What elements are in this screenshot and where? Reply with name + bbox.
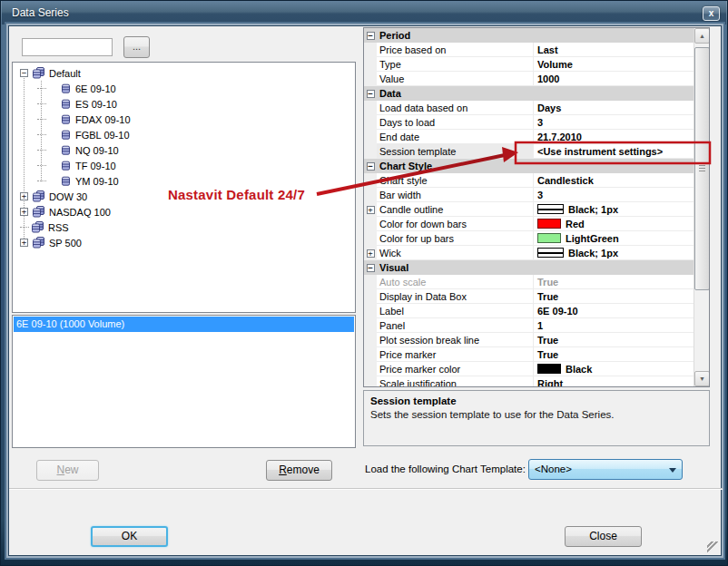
- property-row-price-based-on[interactable]: Price based onLast: [364, 43, 694, 57]
- tree-item-label: RSS: [48, 222, 69, 233]
- property-value[interactable]: <Use instrument settings>: [534, 144, 694, 159]
- expand-icon[interactable]: +: [20, 192, 28, 200]
- instrument-filter-input[interactable]: [22, 38, 113, 56]
- property-label: Label: [377, 304, 534, 318]
- collapse-icon[interactable]: −: [367, 264, 375, 272]
- property-value[interactable]: Volume: [534, 57, 694, 72]
- expand-icon[interactable]: +: [367, 206, 375, 214]
- property-label: Display in Data Box: [377, 289, 534, 304]
- property-row-price-marker[interactable]: Price markerTrue: [364, 347, 694, 362]
- scroll-down-icon[interactable]: ▼: [694, 371, 710, 386]
- property-row-end-date[interactable]: End date21.7.2010: [364, 130, 694, 144]
- list-item[interactable]: 6E 09-10 (1000 Volume): [14, 317, 354, 332]
- tree-item-fdax-09-10[interactable]: FDAX 09-10: [13, 112, 355, 127]
- property-value[interactable]: Black: [534, 362, 694, 376]
- close-window-icon[interactable]: x: [703, 6, 720, 21]
- property-row-chart-style[interactable]: Chart styleCandlestick: [364, 173, 694, 188]
- property-row-scale-justification[interactable]: Scale justificationRight: [364, 376, 694, 387]
- property-row-bar-width[interactable]: Bar width3: [364, 188, 694, 202]
- property-row-display-in-data-box[interactable]: Display in Data BoxTrue: [364, 289, 694, 304]
- tree-connector: [37, 165, 46, 166]
- tree-item-rss[interactable]: RSS: [13, 220, 355, 235]
- property-row-color-for-down-bars[interactable]: Color for down barsRed: [364, 217, 694, 231]
- expand-icon[interactable]: +: [20, 208, 28, 216]
- category-row-period[interactable]: −Period: [364, 28, 694, 43]
- tree-connector: [37, 134, 46, 135]
- property-value[interactable]: 3: [534, 188, 694, 202]
- property-row-value[interactable]: Value1000: [364, 72, 694, 86]
- line-style-swatch: [537, 204, 564, 214]
- property-row-color-for-up-bars[interactable]: Color for up barsLightGreen: [364, 231, 694, 246]
- resize-grip[interactable]: [707, 542, 718, 552]
- property-label: Auto scale: [377, 275, 534, 289]
- property-value[interactable]: Right: [534, 376, 694, 387]
- tree-item-sp-500[interactable]: +SP 500: [13, 235, 355, 250]
- collapse-icon[interactable]: −: [20, 69, 28, 77]
- property-value[interactable]: 3: [534, 115, 694, 130]
- category-row-chart-style[interactable]: −Chart Style: [364, 159, 694, 173]
- tree-item-tf-09-10[interactable]: TF 09-10: [13, 158, 355, 173]
- property-row-session-template[interactable]: Session template<Use instrument settings…: [364, 144, 694, 159]
- expand-icon[interactable]: +: [20, 239, 28, 247]
- close-button[interactable]: Close: [565, 526, 642, 547]
- property-value[interactable]: 1000: [534, 72, 694, 86]
- property-value[interactable]: Red: [534, 217, 694, 231]
- expand-icon[interactable]: +: [367, 249, 375, 258]
- tree-item-6e-09-10[interactable]: 6E 09-10: [13, 81, 355, 96]
- property-grid-scrollbar[interactable]: ▲ ▼: [694, 28, 709, 386]
- remove-button[interactable]: Remove: [266, 460, 332, 481]
- collapse-icon[interactable]: −: [367, 90, 375, 98]
- property-value[interactable]: 1: [534, 318, 694, 333]
- database-icon: [32, 206, 45, 218]
- data-series-list: 6E 09-10 (1000 Volume): [12, 315, 356, 448]
- tree-item-nq-09-10[interactable]: NQ 09-10: [13, 142, 355, 158]
- tree-item-label: FDAX 09-10: [75, 114, 131, 125]
- browse-button[interactable]: ...: [123, 36, 150, 58]
- property-value[interactable]: True: [534, 289, 694, 304]
- line-style-swatch: [537, 248, 564, 258]
- tree-item-fgbl-09-10[interactable]: FGBL 09-10: [13, 127, 355, 142]
- property-value[interactable]: Last: [534, 43, 694, 57]
- collapse-icon[interactable]: −: [367, 32, 375, 40]
- property-value[interactable]: Candlestick: [534, 173, 694, 188]
- tree-item-label: FGBL 09-10: [75, 130, 130, 141]
- database-icon: [60, 114, 72, 125]
- property-row-auto-scale[interactable]: Auto scaleTrue: [364, 275, 694, 289]
- property-label: Days to load: [377, 115, 534, 130]
- tree-item-default[interactable]: −Default: [13, 65, 355, 81]
- title-bar[interactable]: Data Series x: [2, 1, 726, 24]
- scroll-up-icon[interactable]: ▲: [694, 28, 710, 44]
- property-row-load-data-based-on[interactable]: Load data based onDays: [364, 101, 694, 115]
- collapse-icon[interactable]: −: [367, 162, 375, 171]
- property-value[interactable]: True: [534, 347, 694, 362]
- property-row-wick[interactable]: +WickBlack; 1px: [364, 246, 694, 260]
- ok-button[interactable]: OK: [91, 526, 168, 547]
- property-row-plot-session-break-line[interactable]: Plot session break lineTrue: [364, 333, 694, 347]
- database-icon: [60, 145, 72, 156]
- property-row-days-to-load[interactable]: Days to load3: [364, 115, 694, 130]
- property-row-panel[interactable]: Panel1: [364, 318, 694, 333]
- property-value[interactable]: LightGreen: [534, 231, 694, 246]
- tree-item-label: SP 500: [49, 238, 82, 249]
- property-value[interactable]: True: [534, 333, 694, 347]
- property-value[interactable]: Days: [534, 101, 694, 115]
- property-value[interactable]: 21.7.2010: [534, 130, 694, 144]
- property-value[interactable]: 6E 09-10: [534, 304, 694, 318]
- property-value[interactable]: True: [534, 275, 694, 289]
- new-button[interactable]: New: [36, 460, 99, 481]
- property-row-price-marker-color[interactable]: Price marker colorBlack: [364, 362, 694, 376]
- database-icon: [31, 221, 44, 233]
- property-label: Type: [377, 57, 534, 72]
- property-row-type[interactable]: TypeVolume: [364, 57, 694, 72]
- tree-item-nasdaq-100[interactable]: +NASDAQ 100: [13, 204, 355, 220]
- category-row-data[interactable]: −Data: [364, 86, 694, 101]
- tree-item-label: YM 09-10: [75, 176, 119, 187]
- property-row-label[interactable]: Label6E 09-10: [364, 304, 694, 318]
- tree-item-es-09-10[interactable]: ES 09-10: [13, 96, 355, 112]
- property-row-candle-outline[interactable]: +Candle outlineBlack; 1px: [364, 202, 694, 217]
- category-row-visual[interactable]: −Visual: [364, 260, 694, 275]
- property-value[interactable]: Black; 1px: [534, 246, 694, 260]
- chart-template-dropdown[interactable]: <None>: [528, 459, 683, 480]
- property-value[interactable]: Black; 1px: [534, 202, 694, 217]
- scrollbar-thumb[interactable]: [694, 47, 710, 290]
